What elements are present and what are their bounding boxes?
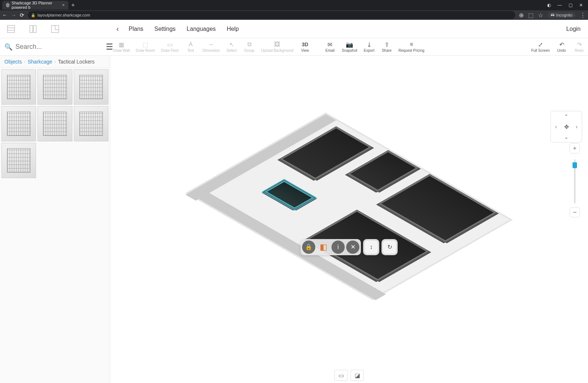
floor: [186, 112, 513, 300]
tool-icon: ⇪: [384, 41, 389, 48]
crumb-sharkcage[interactable]: Sharkcage: [28, 59, 52, 65]
mode-elevation-icon[interactable]: [28, 24, 38, 34]
tool-icon: ↖: [229, 41, 234, 48]
pan-up-button[interactable]: ⌃: [561, 111, 571, 122]
tool-request-pricing[interactable]: ≡Request Pricing: [395, 41, 427, 53]
new-tab-button[interactable]: +: [71, 2, 75, 8]
tool-icon: ⤢: [538, 41, 543, 48]
catalog-grid: [0, 68, 110, 180]
thumb-image: [7, 112, 31, 136]
pan-left-button[interactable]: ‹: [551, 122, 561, 132]
tool-icon: ▭: [167, 41, 173, 48]
tool-snapshot[interactable]: 📷Snapshot: [339, 41, 360, 53]
canvas-3d-viewport[interactable]: 🔒 ◧ i ✕ ↕ ↻ ⌃ ‹ ✥ › ⌄ + − ▭ ◪: [110, 56, 588, 383]
tool-upload-background: 🖼Upload Background: [258, 41, 296, 53]
height-button[interactable]: ↕: [365, 241, 378, 254]
tool-label: Draw Wall: [113, 48, 130, 53]
tool-label: Export: [364, 48, 374, 53]
locker-stack[interactable]: [378, 174, 497, 242]
thumb-image: [79, 112, 103, 136]
thumb-image: [7, 75, 31, 99]
incognito-icon: 🕶: [551, 13, 555, 17]
catalog-thumb[interactable]: [74, 69, 108, 105]
tool-icon: ↷: [577, 41, 582, 48]
pan-right-button[interactable]: ›: [571, 122, 582, 132]
zoom-icon[interactable]: ⊕: [519, 12, 524, 19]
view-mode-3d-button[interactable]: ◪: [351, 370, 364, 381]
extension-icon[interactable]: ⬚: [528, 12, 534, 19]
view-orbit-pad: ⌃ ‹ ✥ › ⌄: [551, 111, 582, 142]
tool-group: ⧉Group: [240, 41, 258, 53]
close-tab-icon[interactable]: ×: [62, 3, 65, 8]
browser-tab[interactable]: Sharkcage 3D Planner powered b ×: [2, 1, 68, 10]
thumb-image: [7, 148, 31, 173]
catalog-thumb[interactable]: [1, 106, 36, 141]
delete-button[interactable]: ✕: [346, 241, 359, 254]
tool-email[interactable]: ✉Email: [321, 41, 339, 53]
thumb-image: [43, 112, 67, 136]
tab-title: Sharkcage 3D Planner powered b: [12, 1, 60, 10]
menu-settings[interactable]: Settings: [154, 26, 176, 32]
rotate-button[interactable]: ↻: [383, 241, 396, 254]
tool-export[interactable]: ⤓Export: [360, 41, 378, 53]
catalog-thumb[interactable]: [37, 106, 72, 141]
url-text: layoutplanner.sharkcage.com: [37, 13, 90, 17]
back-button[interactable]: ←: [2, 12, 7, 18]
zoom-in-button[interactable]: +: [570, 143, 580, 153]
mode-catalog-icon[interactable]: [6, 24, 16, 34]
tool-redo: ↷Redo: [570, 41, 588, 53]
profile-icon[interactable]: ◐: [547, 3, 551, 8]
maximize-icon[interactable]: ▢: [569, 3, 573, 8]
catalog-sidebar: Objects › Sharkcage › Tactical Lockers: [0, 56, 110, 383]
minimize-icon[interactable]: —: [557, 3, 562, 8]
info-button[interactable]: i: [331, 241, 345, 254]
tool-view[interactable]: 3D View: [296, 41, 314, 53]
close-window-icon[interactable]: ✕: [579, 3, 583, 8]
catalog-thumb[interactable]: [1, 69, 36, 105]
bookmark-icon[interactable]: ☆: [538, 12, 543, 19]
catalog-thumb[interactable]: [74, 106, 108, 141]
crumb-current: Tactical Lockers: [58, 59, 95, 65]
scene: [186, 112, 513, 300]
incognito-badge[interactable]: 🕶 Incognito: [548, 12, 576, 18]
view-mode-2d-button[interactable]: ▭: [334, 370, 348, 381]
menu-help[interactable]: Help: [227, 26, 239, 32]
tab-favicon: [6, 3, 10, 7]
toolbar-tools: ▦Draw Wall⬚Draw Room▭Draw FloorAText↔Dim…: [110, 41, 296, 53]
catalog-thumb[interactable]: [1, 143, 36, 178]
crumb-objects[interactable]: Objects: [4, 59, 22, 65]
locker-stack[interactable]: [347, 150, 419, 192]
menu-languages[interactable]: Languages: [187, 26, 216, 32]
tool-icon: A: [189, 41, 193, 48]
tool-draw-floor: ▭Draw Floor: [158, 41, 182, 53]
reload-button[interactable]: ⟳: [20, 12, 24, 18]
tool-label: Select: [226, 48, 237, 53]
lock-button[interactable]: 🔒: [302, 241, 315, 254]
address-bar[interactable]: 🔒 layoutplanner.sharkcage.com: [28, 11, 515, 19]
tool-undo[interactable]: ↶Undo: [553, 41, 570, 53]
pan-center-button[interactable]: ✥: [561, 122, 571, 132]
locker-selected[interactable]: [263, 180, 315, 210]
login-button[interactable]: Login: [566, 26, 588, 32]
zoom-out-button[interactable]: −: [570, 207, 580, 217]
pan-down-button[interactable]: ⌄: [561, 132, 571, 142]
catalog-thumb[interactable]: [37, 69, 72, 105]
tool-icon: ↔: [208, 41, 214, 48]
mode-floorplan-icon[interactable]: [50, 24, 60, 34]
search-input[interactable]: [15, 43, 101, 51]
collapse-sidebar-button[interactable]: ‹: [110, 25, 125, 33]
tool-text: AText: [182, 41, 200, 53]
zoom-slider-thumb[interactable]: [573, 162, 577, 168]
tool-view-label: View: [301, 48, 309, 53]
lock-icon: 🔒: [31, 13, 35, 17]
tool-share[interactable]: ⇪Share: [378, 41, 395, 53]
browser-chrome: Sharkcage 3D Planner powered b × + ◐ — ▢…: [0, 0, 588, 20]
tool-full-screen[interactable]: ⤢Full Screen: [528, 41, 553, 53]
material-button[interactable]: ◧: [317, 241, 330, 254]
browser-menu-icon[interactable]: ⋮: [580, 12, 586, 19]
tool-label: Group: [244, 48, 254, 53]
tool-icon: 🖼: [274, 41, 280, 48]
menu-plans[interactable]: Plans: [129, 26, 143, 32]
tool-label: Upload Background: [261, 48, 293, 53]
tool-icon: ⤓: [367, 41, 372, 48]
